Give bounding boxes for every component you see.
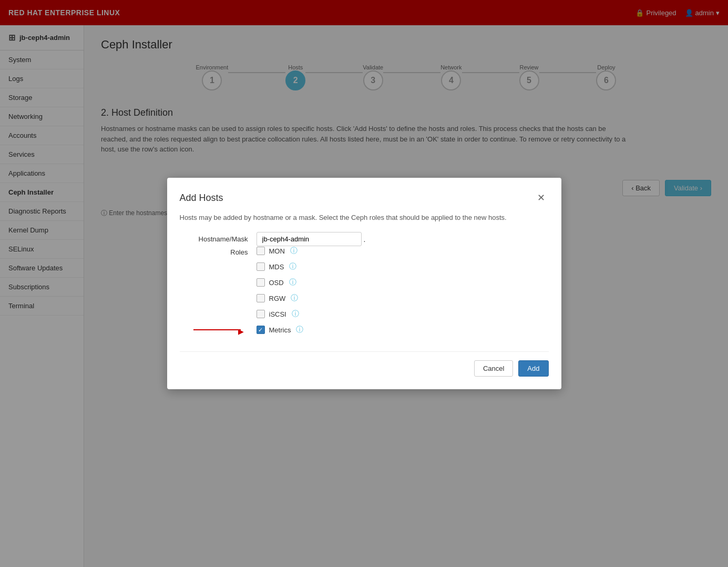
modal-description: Hosts may be added by hostname or a mask… <box>180 214 549 221</box>
roles-list: MON ⓘ MDS ⓘ OSD ⓘ RGW <box>257 246 304 335</box>
modal-footer: Cancel Add <box>180 351 549 377</box>
add-button[interactable]: Add <box>518 360 548 377</box>
role-item-mds: MDS ⓘ <box>257 262 304 271</box>
hostname-row: Hostname/Mask . <box>180 232 549 246</box>
role-label-metrics: Metrics <box>269 326 291 334</box>
role-label-mds: MDS <box>269 263 284 271</box>
role-label-osd: OSD <box>269 279 284 287</box>
role-checkbox-metrics[interactable] <box>257 326 265 334</box>
modal-overlay[interactable]: Add Hosts ✕ Hosts may be added by hostna… <box>0 0 728 567</box>
cancel-button[interactable]: Cancel <box>474 360 513 377</box>
add-hosts-modal: Add Hosts ✕ Hosts may be added by hostna… <box>167 178 561 389</box>
role-checkbox-mon[interactable] <box>257 247 265 255</box>
info-icon-mds[interactable]: ⓘ <box>289 262 296 271</box>
hostname-dot: . <box>364 235 366 244</box>
annotation-arrow: ▶ <box>193 329 241 330</box>
role-item-iscsi: iSCSI ⓘ <box>257 309 304 319</box>
info-icon-mon[interactable]: ⓘ <box>290 246 298 256</box>
role-checkbox-rgw[interactable] <box>257 294 265 302</box>
info-icon-osd[interactable]: ⓘ <box>289 278 296 287</box>
role-item-metrics: ▶ Metrics ⓘ <box>257 325 304 335</box>
role-label-rgw: RGW <box>269 295 286 302</box>
role-item-mon: MON ⓘ <box>257 246 304 256</box>
modal-close-button[interactable]: ✕ <box>534 190 549 205</box>
info-icon-rgw[interactable]: ⓘ <box>291 293 298 303</box>
role-item-osd: OSD ⓘ <box>257 278 304 287</box>
role-item-rgw: RGW ⓘ <box>257 293 304 303</box>
role-label-mon: MON <box>269 247 285 255</box>
info-icon-metrics[interactable]: ⓘ <box>296 325 303 335</box>
roles-label: Roles <box>180 246 248 256</box>
role-checkbox-osd[interactable] <box>257 278 265 287</box>
role-checkbox-mds[interactable] <box>257 262 265 271</box>
info-icon-iscsi[interactable]: ⓘ <box>292 309 299 319</box>
roles-row: Roles MON ⓘ MDS ⓘ OSD ⓘ <box>180 246 549 335</box>
hostname-input-group: . <box>257 232 366 246</box>
hostname-input[interactable] <box>257 232 362 246</box>
role-label-iscsi: iSCSI <box>269 310 286 318</box>
hostname-label: Hostname/Mask <box>180 232 248 243</box>
modal-title: Add Hosts <box>180 193 223 204</box>
modal-header: Add Hosts ✕ <box>180 190 549 205</box>
role-checkbox-iscsi[interactable] <box>257 310 265 318</box>
